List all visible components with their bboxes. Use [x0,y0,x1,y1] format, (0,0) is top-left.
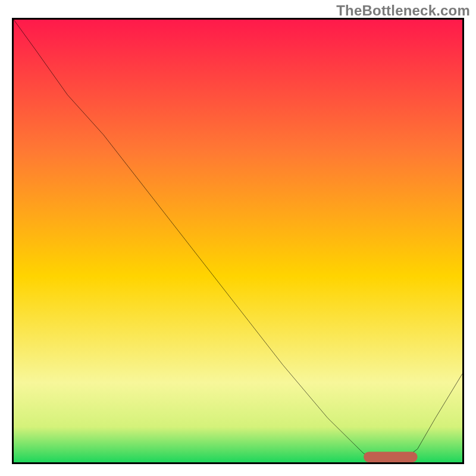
chart-svg [14,20,462,462]
optimal-range-marker [364,452,417,462]
chart-background-gradient [14,20,462,462]
chart-plot-area [12,18,464,464]
chart-stage: TheBottleneck.com [0,0,476,476]
watermark-label: TheBottleneck.com [336,2,470,19]
